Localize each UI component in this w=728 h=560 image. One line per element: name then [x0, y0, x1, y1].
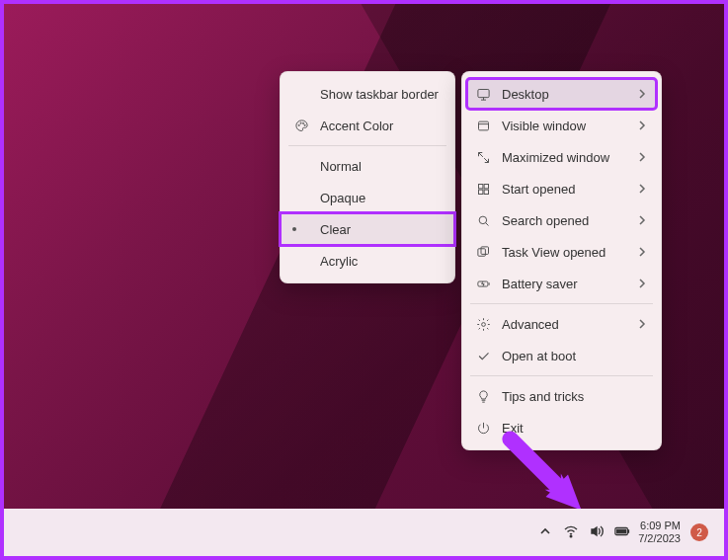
volume-icon[interactable]	[589, 523, 605, 542]
menu-item-acrylic[interactable]: Acrylic	[281, 245, 454, 277]
menu-item-accent-color[interactable]: Accent Color	[281, 110, 454, 141]
menu-label: Show taskbar border	[320, 87, 441, 102]
chevron-right-icon	[637, 245, 647, 260]
menu-item-show-taskbar-border[interactable]: Show taskbar border	[281, 78, 454, 110]
desktop-wallpaper: Show taskbar border Accent Color Normal …	[4, 4, 724, 556]
menu-separator	[470, 375, 653, 376]
menu-label: Clear	[320, 222, 441, 237]
menu-item-normal[interactable]: Normal	[281, 150, 454, 182]
svg-rect-5	[478, 121, 488, 130]
menu-item-taskview-opened[interactable]: Task View opened	[462, 236, 661, 268]
battery-icon	[474, 277, 492, 291]
maximize-icon	[474, 150, 492, 165]
menu-label: Acrylic	[320, 254, 441, 269]
svg-point-0	[298, 124, 299, 125]
menu-label: Accent Color	[320, 119, 441, 133]
menu-label: Start opened	[502, 182, 637, 197]
system-tray	[537, 523, 630, 542]
menu-item-battery-saver[interactable]: Battery saver	[462, 268, 661, 299]
taskview-icon	[474, 245, 492, 260]
tray-overflow-icon[interactable]	[537, 523, 553, 542]
menu-item-search-opened[interactable]: Search opened	[462, 204, 661, 236]
battery-tray-icon[interactable]	[614, 523, 630, 542]
menu-label: Desktop	[502, 87, 637, 102]
menu-label: Tips and tricks	[502, 389, 647, 404]
menu-item-start-opened[interactable]: Start opened	[462, 173, 661, 204]
svg-rect-6	[478, 184, 482, 188]
chevron-right-icon	[637, 213, 647, 228]
notification-badge[interactable]: 2	[690, 523, 708, 541]
menu-label: Maximized window	[502, 150, 637, 165]
notification-count: 2	[696, 527, 702, 538]
main-context-menu: Desktop Visible window Maximized window …	[461, 71, 662, 450]
svg-point-2	[302, 122, 303, 123]
search-icon	[474, 213, 492, 228]
menu-item-visible-window[interactable]: Visible window	[462, 110, 661, 141]
accent-submenu: Show taskbar border Accent Color Normal …	[280, 71, 455, 283]
menu-item-tips[interactable]: Tips and tricks	[462, 380, 661, 412]
taskbar-clock[interactable]: 6:09 PM 7/2/2023	[638, 520, 681, 545]
svg-point-1	[299, 122, 300, 123]
menu-item-desktop[interactable]: Desktop	[466, 78, 657, 110]
svg-point-10	[479, 216, 487, 224]
svg-rect-7	[484, 184, 488, 188]
chevron-right-icon	[637, 182, 647, 197]
menu-item-advanced[interactable]: Advanced	[462, 308, 661, 340]
menu-item-opaque[interactable]: Opaque	[281, 182, 454, 213]
wifi-icon[interactable]	[563, 523, 579, 542]
svg-rect-4	[477, 89, 488, 97]
svg-rect-8	[478, 190, 482, 194]
palette-icon	[292, 119, 310, 133]
svg-point-3	[304, 124, 305, 125]
menu-label: Battery saver	[502, 277, 637, 291]
menu-item-maximized-window[interactable]: Maximized window	[462, 141, 661, 173]
menu-separator	[470, 303, 653, 304]
current-indicator-dot	[292, 227, 296, 231]
svg-point-14	[481, 322, 485, 326]
lightbulb-icon	[474, 389, 492, 404]
menu-label: Visible window	[502, 119, 637, 133]
menu-label: Normal	[320, 159, 441, 174]
chevron-right-icon	[637, 119, 647, 133]
menu-label: Opaque	[320, 191, 441, 205]
gear-icon	[474, 317, 492, 332]
desktop-icon	[474, 87, 492, 102]
chevron-right-icon	[637, 277, 647, 291]
menu-separator	[288, 145, 446, 146]
power-icon	[474, 421, 492, 436]
menu-item-exit[interactable]: Exit	[462, 412, 661, 443]
svg-rect-17	[617, 529, 626, 533]
taskbar: 6:09 PM 7/2/2023 2	[4, 509, 724, 556]
chevron-right-icon	[637, 150, 647, 165]
svg-rect-12	[481, 246, 489, 254]
svg-rect-11	[477, 248, 485, 256]
window-icon	[474, 119, 492, 133]
menu-label: Task View opened	[502, 245, 637, 260]
check-icon	[474, 349, 492, 363]
clock-date: 7/2/2023	[638, 532, 681, 545]
clock-time: 6:09 PM	[640, 520, 681, 532]
menu-label: Search opened	[502, 213, 637, 228]
menu-label: Advanced	[502, 317, 637, 332]
menu-item-clear[interactable]: Clear	[281, 213, 454, 245]
svg-point-15	[570, 535, 572, 537]
start-icon	[474, 182, 492, 197]
menu-item-open-at-boot[interactable]: Open at boot	[462, 340, 661, 371]
menu-label: Exit	[502, 421, 647, 436]
chevron-right-icon	[637, 317, 647, 332]
menu-label: Open at boot	[502, 349, 647, 363]
chevron-right-icon	[637, 87, 647, 102]
svg-rect-9	[484, 190, 488, 194]
